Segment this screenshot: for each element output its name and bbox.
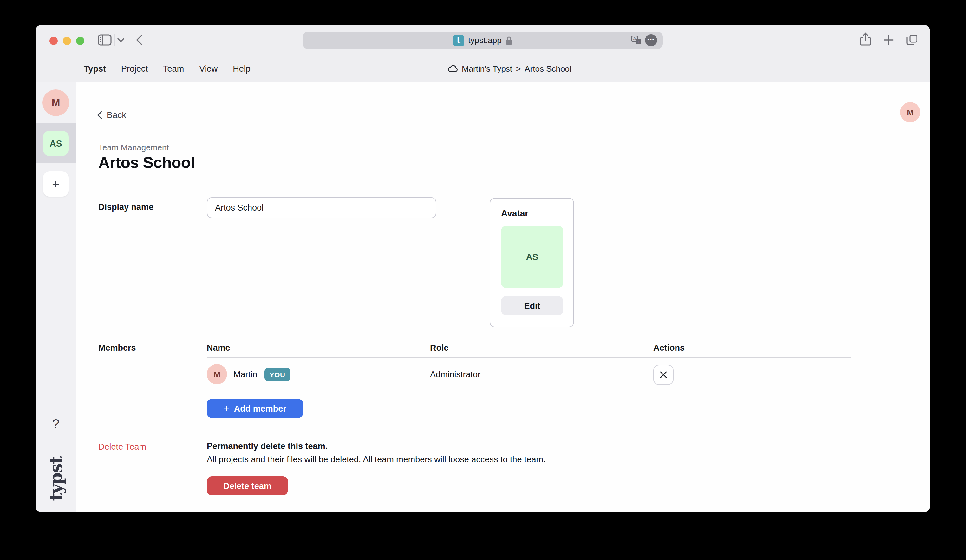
column-header-name: Name — [207, 343, 230, 353]
sidebar-user-avatar[interactable]: M — [43, 89, 69, 116]
breadcrumb-workspace[interactable]: Martin's Typst — [462, 64, 512, 73]
sidebar-team-avatar[interactable]: AS — [43, 131, 69, 156]
member-name: Martin — [233, 370, 257, 379]
sidebar-toggle-icon[interactable] — [98, 34, 112, 46]
menu-view[interactable]: View — [199, 64, 218, 73]
browser-toolbar: t typst.app A x — [36, 25, 930, 55]
sidebar-add-team-button[interactable]: + — [43, 171, 69, 197]
translate-icon[interactable]: A x — [631, 36, 642, 45]
column-header-actions: Actions — [653, 343, 685, 353]
traffic-light-zoom[interactable] — [76, 37, 84, 45]
avatar-card-title: Avatar — [501, 208, 563, 218]
column-header-role: Role — [430, 343, 449, 353]
traffic-light-close[interactable] — [49, 37, 58, 45]
breadcrumb: Martin's Typst > Artos School — [448, 55, 572, 82]
main-panel: Back M Team Management Artos School Disp… — [76, 82, 930, 512]
avatar-card: Avatar AS Edit — [490, 198, 574, 327]
menu-team[interactable]: Team — [163, 64, 184, 73]
site-favicon: t — [453, 34, 464, 46]
typst-wordmark: typst — [37, 453, 75, 504]
display-name-input[interactable] — [207, 197, 436, 218]
breadcrumb-separator: > — [516, 64, 521, 73]
toolbar-divider — [114, 34, 115, 46]
delete-team-label: Delete Team — [98, 442, 146, 452]
back-label: Back — [107, 110, 126, 120]
new-tab-icon[interactable] — [884, 35, 894, 45]
table-header-divider — [207, 357, 851, 358]
team-sidebar: M AS + ? typst — [36, 82, 76, 512]
add-member-button[interactable]: + Add member — [207, 399, 303, 418]
chevron-down-icon[interactable] — [117, 38, 124, 43]
edit-avatar-button[interactable]: Edit — [501, 296, 563, 315]
page-title: Artos School — [98, 153, 195, 172]
menu-typst[interactable]: Typst — [84, 64, 106, 73]
member-avatar: M — [207, 364, 227, 384]
browser-back-icon[interactable] — [136, 34, 143, 46]
members-label: Members — [98, 343, 136, 353]
delete-team-heading: Permanently delete this team. — [207, 442, 328, 451]
address-bar[interactable]: t typst.app A x — [302, 32, 663, 49]
team-avatar-preview: AS — [501, 226, 563, 288]
share-icon[interactable] — [860, 32, 871, 46]
app-menubar: Typst Project Team View Help Martin's Ty… — [36, 55, 930, 82]
traffic-light-minimize[interactable] — [63, 37, 71, 45]
plus-icon: + — [223, 402, 230, 414]
close-icon — [660, 371, 667, 379]
delete-team-button[interactable]: Delete team — [207, 476, 288, 495]
delete-team-description: All projects and their files will be del… — [207, 455, 546, 464]
svg-text:x: x — [637, 39, 640, 44]
tab-overview-icon[interactable] — [906, 34, 918, 46]
display-name-label: Display name — [98, 202, 153, 212]
help-button[interactable]: ? — [36, 417, 76, 431]
svg-text:A: A — [633, 36, 636, 41]
remove-member-button[interactable] — [653, 365, 674, 385]
lock-icon — [506, 36, 513, 45]
url-text: typst.app — [468, 36, 502, 45]
breadcrumb-current: Artos School — [524, 64, 571, 73]
screenshot-stage: t typst.app A x — [0, 0, 966, 560]
browser-window: t typst.app A x — [36, 25, 930, 512]
page-settings-icon[interactable]: ••• — [645, 34, 657, 46]
account-avatar[interactable]: M — [900, 102, 920, 122]
you-badge: YOU — [264, 368, 291, 381]
cloud-icon — [448, 65, 458, 72]
section-eyebrow: Team Management — [98, 143, 169, 152]
menu-project[interactable]: Project — [121, 64, 148, 73]
back-button[interactable]: Back — [97, 110, 126, 120]
member-role: Administrator — [430, 370, 480, 379]
app-content: M AS + ? typst Back M Team — [36, 82, 930, 512]
menu-help[interactable]: Help — [233, 64, 251, 73]
chevron-left-icon — [97, 111, 102, 119]
add-member-label: Add member — [234, 404, 286, 413]
